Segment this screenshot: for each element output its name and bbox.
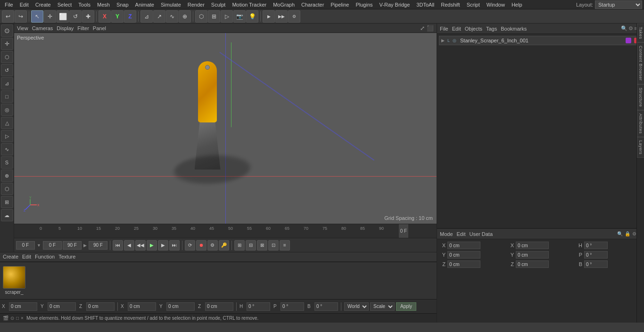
playback-end2-field[interactable] bbox=[89, 241, 107, 250]
sidebar-btn-6[interactable]: □ bbox=[1, 90, 13, 103]
coord-world-dropdown[interactable]: World bbox=[344, 302, 369, 311]
menu-animate[interactable]: Animate bbox=[132, 1, 157, 8]
playback-end1-field[interactable] bbox=[63, 241, 82, 250]
menu-sculpt[interactable]: Sculpt bbox=[208, 1, 229, 8]
attr-settings-icon[interactable]: ⚙ bbox=[632, 231, 636, 236]
attr-search-icon[interactable]: 🔍 bbox=[617, 231, 623, 236]
menu-file[interactable]: File bbox=[2, 1, 16, 8]
tab-layers[interactable]: Layers bbox=[637, 137, 644, 158]
menu-create[interactable]: Create bbox=[33, 1, 54, 8]
menu-mograph[interactable]: MoGraph bbox=[270, 1, 297, 8]
status-icon-2[interactable]: □ bbox=[16, 316, 19, 321]
object-row-scraper[interactable]: ▶ L ◎ Stanley_Scraper_6_Inch_001 bbox=[439, 36, 642, 45]
play-button[interactable]: ▶ bbox=[147, 240, 157, 251]
menu-window[interactable]: Window bbox=[484, 1, 508, 8]
point-mode-button[interactable]: ↗ bbox=[153, 10, 165, 23]
viewport-expand-icon[interactable]: ⤢ bbox=[420, 25, 425, 32]
timeline-ruler[interactable]: 0 5 10 15 20 25 30 35 40 45 50 55 60 65 bbox=[14, 224, 437, 238]
redo-button[interactable]: ↪ bbox=[15, 10, 27, 23]
menu-render[interactable]: Render bbox=[185, 1, 207, 8]
rot-z-input[interactable] bbox=[516, 260, 549, 268]
select-tool-button[interactable]: ↖ bbox=[31, 10, 43, 23]
coord-h-input[interactable] bbox=[247, 302, 270, 311]
camera-button[interactable]: 📷 bbox=[233, 10, 246, 23]
menu-tools[interactable]: Tools bbox=[75, 1, 93, 8]
undo-button[interactable]: ↩ bbox=[2, 10, 14, 23]
mat-menu-create[interactable]: Create bbox=[3, 254, 18, 259]
viewport-canvas[interactable]: Perspective Grid Spacing : 10 cm X Y Z bbox=[14, 33, 437, 224]
viewport-maximize-icon[interactable]: ⬛ bbox=[427, 25, 434, 32]
rot-x-input[interactable] bbox=[516, 242, 549, 249]
coord-z2-input[interactable] bbox=[205, 302, 233, 311]
edge-mode-button[interactable]: ∿ bbox=[166, 10, 178, 23]
next-frame-button[interactable]: ▶ bbox=[158, 240, 168, 251]
rot-y-input[interactable] bbox=[516, 251, 549, 259]
x-axis-button[interactable]: X bbox=[99, 10, 111, 23]
status-icon-1[interactable]: ⊙ bbox=[10, 316, 14, 321]
menu-simulate[interactable]: Simulate bbox=[158, 1, 184, 8]
obj-expand-icon[interactable]: ▶ bbox=[441, 38, 445, 43]
render-settings-button[interactable]: ⚙ bbox=[288, 10, 300, 23]
extra-btn-2[interactable]: ⊟ bbox=[246, 240, 256, 251]
key-button[interactable]: 🔑 bbox=[219, 240, 229, 251]
menu-script[interactable]: Script bbox=[464, 1, 483, 8]
obj-menu-bookmarks[interactable]: Bookmarks bbox=[501, 26, 527, 32]
obj-menu-tags[interactable]: Tags bbox=[486, 26, 497, 32]
tab-takes[interactable]: Takes bbox=[637, 24, 644, 42]
sidebar-btn-9[interactable]: ▷ bbox=[1, 130, 13, 142]
menu-snap[interactable]: Snap bbox=[114, 1, 132, 8]
menu-pipeline[interactable]: Pipeline bbox=[328, 1, 352, 8]
cube-button[interactable]: ⬡ bbox=[195, 10, 207, 23]
pos-x-input[interactable] bbox=[447, 242, 480, 249]
p-input[interactable] bbox=[584, 251, 608, 259]
render-view-button[interactable]: ▶ bbox=[263, 10, 275, 23]
sidebar-btn-14[interactable]: ⊞ bbox=[1, 196, 13, 208]
search-icon[interactable]: 🔍 bbox=[621, 25, 627, 32]
coord-p-input[interactable] bbox=[281, 302, 304, 311]
menu-motion-tracker[interactable]: Motion Tracker bbox=[229, 1, 269, 8]
nurbs-button[interactable]: ⊞ bbox=[208, 10, 220, 23]
attr-menu-userdata[interactable]: User Data bbox=[470, 231, 493, 237]
sidebar-btn-11[interactable]: S bbox=[1, 156, 13, 169]
attr-lock-icon[interactable]: 🔒 bbox=[625, 231, 630, 236]
sidebar-btn-10[interactable]: ∿ bbox=[1, 143, 13, 155]
status-icon-3[interactable]: × bbox=[21, 316, 24, 321]
coord-z-input[interactable] bbox=[86, 302, 115, 311]
vp-menu-cameras[interactable]: Cameras bbox=[32, 25, 53, 31]
h-input[interactable] bbox=[584, 242, 608, 249]
vp-menu-display[interactable]: Display bbox=[57, 25, 74, 31]
timeline[interactable]: 0 5 10 15 20 25 30 35 40 45 50 55 60 65 bbox=[14, 224, 437, 238]
menu-plugins[interactable]: Plugins bbox=[353, 1, 375, 8]
y-axis-button[interactable]: Y bbox=[111, 10, 124, 23]
poly-mode-button[interactable]: ⊕ bbox=[179, 10, 191, 23]
playback-start-field[interactable] bbox=[16, 241, 35, 250]
material-item-scraper[interactable]: scraper_ bbox=[3, 266, 25, 295]
sidebar-btn-5[interactable]: ⊿ bbox=[1, 77, 13, 89]
rotate-tool-button[interactable]: ↺ bbox=[69, 10, 82, 23]
goto-end-button[interactable]: ⏭ bbox=[169, 240, 180, 251]
coord-apply-button[interactable]: Apply bbox=[396, 302, 416, 311]
coord-x2-input[interactable] bbox=[128, 302, 156, 311]
z-axis-button[interactable]: Z bbox=[124, 10, 136, 23]
sidebar-btn-4[interactable]: ↺ bbox=[1, 64, 13, 76]
tab-content-browser[interactable]: Content Browser bbox=[637, 42, 644, 84]
sidebar-btn-3[interactable]: ⬡ bbox=[1, 51, 13, 63]
sidebar-btn-7[interactable]: ◎ bbox=[1, 104, 13, 116]
coord-y-input[interactable] bbox=[48, 302, 76, 311]
scale-tool-button[interactable]: ⬜ bbox=[57, 10, 69, 23]
move-tool-button[interactable]: ✛ bbox=[44, 10, 56, 23]
menu-character[interactable]: Character bbox=[298, 1, 327, 8]
loop-button[interactable]: ⟳ bbox=[185, 240, 195, 251]
menu-3dtoall[interactable]: 3DToAll bbox=[413, 1, 437, 8]
sidebar-btn-12[interactable]: ⊕ bbox=[1, 170, 13, 182]
light-button[interactable]: 💡 bbox=[246, 10, 258, 23]
tab-structure[interactable]: Structure bbox=[637, 84, 644, 110]
vp-menu-view[interactable]: View bbox=[17, 25, 28, 31]
coord-x-input[interactable] bbox=[9, 302, 37, 311]
goto-start-button[interactable]: ⏮ bbox=[113, 240, 123, 251]
extra-btn-1[interactable]: ⊞ bbox=[234, 240, 245, 251]
coord-scale-dropdown[interactable]: Scale bbox=[370, 302, 395, 311]
pos-z-input[interactable] bbox=[447, 260, 480, 268]
mat-menu-edit[interactable]: Edit bbox=[22, 254, 31, 259]
vp-menu-filter[interactable]: Filter bbox=[77, 25, 89, 31]
